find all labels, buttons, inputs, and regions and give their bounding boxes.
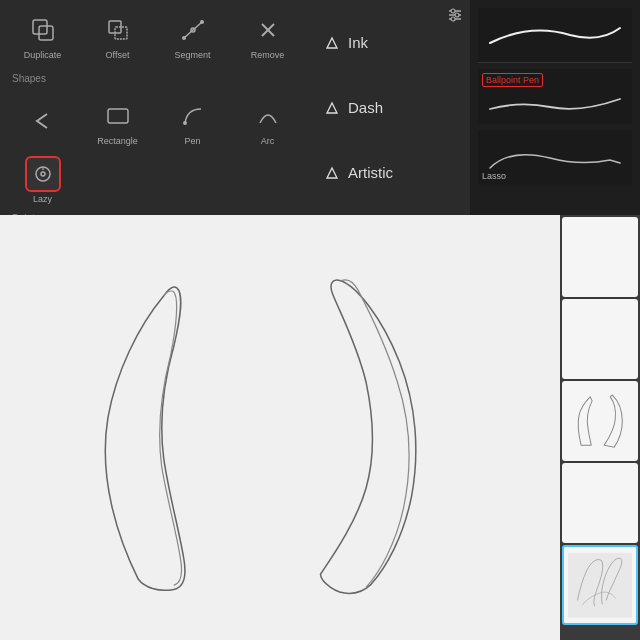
svg-point-26 [455, 13, 459, 17]
svg-point-6 [200, 20, 204, 24]
ink-triangle-icon [324, 35, 340, 51]
layer-2[interactable] [562, 299, 638, 379]
right-ear [320, 280, 415, 594]
tool-remove[interactable]: Remove [231, 8, 304, 64]
svg-marker-28 [327, 38, 337, 48]
artistic-triangle-icon [324, 165, 340, 181]
tool-offset[interactable]: Offset [81, 8, 154, 64]
shapes-grid: Rectangle Pen Arc [0, 86, 310, 212]
tool-lazy[interactable]: Lazy [6, 152, 79, 208]
tool-lazy-label: Lazy [33, 194, 52, 204]
tool-pen-label: Pen [184, 136, 200, 146]
settings-icon[interactable] [446, 6, 464, 27]
tool-panel: Duplicate Offset [0, 0, 310, 215]
tool-segment[interactable]: Segment [156, 8, 229, 64]
brush-category-list: Ink Dash Artistic [310, 0, 470, 215]
brush-preview-ballpoint[interactable]: Ballpoint Pen [478, 69, 632, 124]
layers-panel [560, 215, 640, 640]
svg-rect-32 [566, 305, 634, 373]
svg-rect-33 [566, 387, 634, 455]
tool-pen[interactable]: Pen [156, 94, 229, 150]
brush-ink-label: Ink [348, 34, 368, 51]
svg-point-13 [41, 172, 45, 176]
svg-rect-10 [108, 109, 128, 123]
brush-category-ink[interactable]: Ink [318, 30, 462, 55]
brush-dash-label: Dash [348, 99, 383, 116]
bottom-panel [0, 215, 640, 640]
brush-preview-panel: Ballpoint Pen Lasso [470, 0, 640, 215]
svg-point-27 [451, 17, 455, 21]
tool-duplicate-label: Duplicate [24, 50, 62, 60]
svg-rect-35 [568, 553, 633, 618]
brush-category-artistic[interactable]: Artistic [318, 160, 462, 185]
svg-rect-31 [566, 223, 634, 291]
svg-marker-29 [327, 103, 337, 113]
svg-rect-34 [566, 469, 634, 537]
svg-marker-30 [327, 168, 337, 178]
svg-point-25 [451, 9, 455, 13]
svg-line-4 [184, 22, 202, 38]
tool-offset-label: Offset [106, 50, 130, 60]
layer-4[interactable] [562, 463, 638, 543]
layer-3[interactable] [562, 381, 638, 461]
tool-duplicate[interactable]: Duplicate [6, 8, 79, 64]
svg-point-5 [182, 36, 186, 40]
brush-panel: Ink Dash Artistic [310, 0, 640, 215]
tool-rectangle[interactable]: Rectangle [81, 94, 154, 150]
left-ear [105, 287, 185, 590]
brush-preview-lasso[interactable]: Lasso [478, 130, 632, 185]
layer-5-active[interactable] [562, 545, 638, 625]
svg-point-11 [183, 121, 187, 125]
tool-remove-label: Remove [251, 50, 285, 60]
shapes-label: Shapes [6, 71, 52, 86]
top-panel: Duplicate Offset [0, 0, 640, 215]
tool-grid: Duplicate Offset [0, 0, 310, 68]
lasso-label: Lasso [482, 171, 506, 181]
drawing-svg [0, 215, 560, 640]
tool-arc[interactable]: Arc [231, 94, 304, 150]
tool-rectangle-label: Rectangle [97, 136, 138, 146]
tool-arc-label: Arc [261, 136, 275, 146]
brush-category-dash[interactable]: Dash [318, 95, 462, 120]
layer-1[interactable] [562, 217, 638, 297]
dash-triangle-icon [324, 100, 340, 116]
ballpoint-pen-label: Ballpoint Pen [482, 73, 543, 87]
tool-segment-label: Segment [174, 50, 210, 60]
brush-artistic-label: Artistic [348, 164, 393, 181]
brush-preview-ink[interactable] [478, 8, 632, 63]
tool-chevron[interactable] [6, 94, 79, 150]
main-canvas[interactable] [0, 215, 560, 640]
